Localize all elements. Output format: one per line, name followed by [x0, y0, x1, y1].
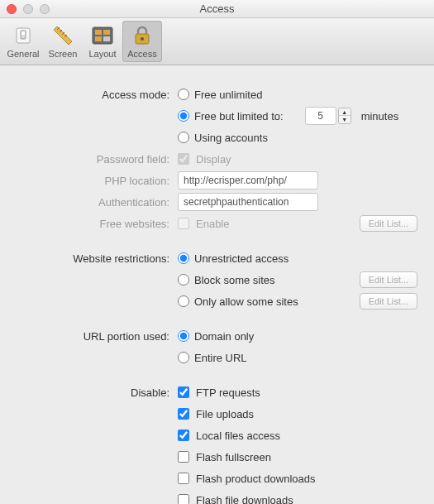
window-title: Access [0, 2, 434, 15]
svg-rect-9 [103, 30, 110, 35]
content-pane: Access mode: Free unlimited Free but lim… [0, 65, 434, 504]
tab-access[interactable]: Access [122, 21, 162, 62]
minutes-stepper[interactable]: ▲ ▼ [338, 108, 351, 124]
minutes-input[interactable] [305, 107, 336, 125]
tab-label: General [7, 49, 39, 59]
tab-label: Access [127, 49, 156, 59]
minutes-label: minutes [361, 110, 399, 122]
url-portion-label: URL portion used: [17, 330, 178, 343]
website-restrictions-label: Website restrictions: [17, 252, 178, 265]
php-location-input[interactable] [178, 171, 318, 190]
svg-rect-8 [95, 30, 102, 35]
radio-label: Only allow some sites [194, 295, 298, 308]
switch-icon [12, 24, 35, 47]
radio-using-accounts[interactable] [178, 132, 189, 143]
edit-list-button[interactable]: Edit List... [360, 215, 417, 232]
checkbox-label: Flash file downloads [196, 494, 293, 505]
svg-rect-11 [103, 36, 110, 41]
svg-point-13 [141, 37, 144, 41]
checkbox-label: Local files access [196, 430, 280, 442]
checkbox-display [178, 153, 189, 165]
checkbox-flash-product-downloads[interactable] [178, 473, 189, 484]
checkbox-ftp-requests[interactable] [178, 386, 189, 398]
ruler-icon [51, 24, 74, 47]
checkbox-flash-fullscreen[interactable] [178, 451, 189, 463]
chevron-down-icon[interactable]: ▼ [339, 116, 351, 123]
checkbox-enable-free-websites [178, 218, 189, 229]
tab-label: Screen [49, 49, 78, 59]
tab-screen[interactable]: Screen [43, 21, 83, 62]
layout-icon [91, 24, 114, 47]
tab-layout[interactable]: Layout [83, 21, 122, 62]
checkbox-label: FTP requests [196, 386, 260, 399]
checkbox-label: Flash product downloads [196, 473, 316, 485]
radio-label: Domain only [194, 330, 254, 343]
toolbar: General Screen Layout Access [0, 18, 434, 65]
checkbox-file-uploads[interactable] [178, 408, 189, 420]
lock-icon [131, 24, 154, 47]
radio-free-limited[interactable] [178, 110, 189, 122]
checkbox-local-files[interactable] [178, 430, 189, 441]
checkbox-label: File uploads [196, 408, 254, 420]
authentication-label: Authentication: [17, 196, 178, 209]
radio-only-allow[interactable] [178, 295, 189, 307]
radio-label: Entire URL [194, 352, 247, 364]
radio-label: Block some sites [194, 274, 275, 286]
free-websites-label: Free websites: [17, 218, 178, 230]
radio-label: Using accounts [194, 132, 268, 144]
radio-free-unlimited[interactable] [178, 89, 189, 100]
radio-entire-url[interactable] [178, 352, 189, 363]
radio-label: Unrestricted access [194, 252, 289, 265]
chevron-up-icon[interactable]: ▲ [339, 108, 351, 116]
access-mode-label: Access mode: [17, 89, 178, 101]
checkbox-label: Enable [196, 218, 229, 230]
authentication-input[interactable] [178, 193, 318, 211]
checkbox-label: Display [196, 153, 231, 166]
radio-unrestricted[interactable] [178, 252, 189, 264]
tab-label: Layout [88, 49, 116, 59]
password-field-label: Password field: [17, 153, 178, 166]
tab-general[interactable]: General [3, 21, 43, 62]
svg-rect-2 [21, 31, 25, 35]
php-location-label: PHP location: [17, 175, 178, 187]
checkbox-label: Flash fullscreen [196, 451, 271, 463]
radio-label: Free unlimited [194, 89, 262, 101]
checkbox-flash-file-downloads[interactable] [178, 494, 189, 504]
radio-block-some[interactable] [178, 274, 189, 286]
titlebar: Access [0, 0, 434, 18]
svg-rect-10 [95, 36, 102, 41]
radio-domain-only[interactable] [178, 330, 189, 342]
edit-list-button[interactable]: Edit List... [360, 293, 417, 310]
edit-list-button[interactable]: Edit List... [360, 271, 417, 288]
disable-label: Disable: [17, 386, 178, 399]
radio-label: Free but limited to: [194, 110, 284, 122]
